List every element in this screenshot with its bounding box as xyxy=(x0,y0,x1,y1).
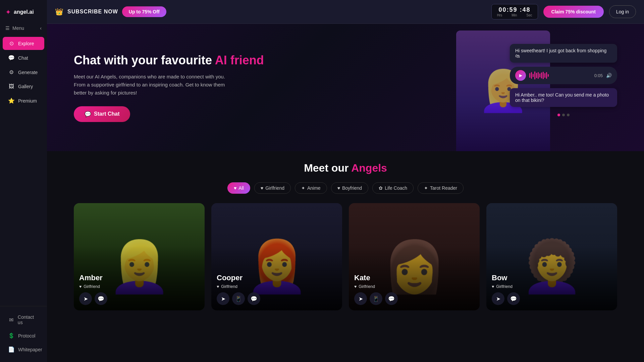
filter-tarot-label: Tarot Reader xyxy=(430,185,457,191)
hero-title: Chat with your favourite AI friend xyxy=(74,53,617,67)
card-send-button-cooper[interactable]: ➤ xyxy=(217,292,229,305)
sidebar-item-generate[interactable]: ⚙ Generate xyxy=(3,66,44,79)
collapse-icon[interactable]: ‹ xyxy=(40,25,42,31)
card-send-button-bow[interactable]: ➤ xyxy=(492,292,504,305)
timer-min-label: Min xyxy=(512,13,517,17)
filter-tab-girlfriend[interactable]: ♥ Girlfriend xyxy=(254,182,291,194)
claim-discount-button[interactable]: Claim 75% discount xyxy=(543,6,604,18)
topbar: 👑 SUBSCRIBE NOW Up to 75% Off 00:59 :48 … xyxy=(47,0,644,24)
sidebar-item-gallery[interactable]: 🖼 Gallery xyxy=(3,80,44,93)
filter-girlfriend-label: Girlfriend xyxy=(265,185,284,191)
main-content: 👑 SUBSCRIBE NOW Up to 75% Off 00:59 :48 … xyxy=(47,0,644,362)
card-type-kate: ♥ Girlfriend xyxy=(354,284,474,289)
menu-hamburger-icon: ☰ xyxy=(5,25,10,31)
card-whatsapp-button-cooper[interactable]: 📱 xyxy=(232,292,245,305)
hero-title-highlight: AI friend xyxy=(215,53,264,67)
filter-tabs: ♥ All ♥ Girlfriend ✦ Anime ♥ Boyfriend ✿… xyxy=(74,182,617,194)
card-send-button-amber[interactable]: ➤ xyxy=(79,292,92,305)
card-name-kate: Kate xyxy=(354,274,474,282)
generate-icon: ⚙ xyxy=(8,69,15,75)
sidebar-item-explore-label: Explore xyxy=(18,41,34,46)
menu-header: ☰ Menu ‹ xyxy=(0,23,47,36)
card-chat-button-bow[interactable]: 💬 xyxy=(507,292,520,305)
card-type-icon-bow: ♥ xyxy=(492,284,494,289)
sidebar-item-generate-label: Generate xyxy=(18,70,38,75)
card-chat-button-cooper[interactable]: 💬 xyxy=(248,292,260,305)
angel-card-cooper[interactable]: 👩‍🦰 Cooper ♥ Girlfriend ➤ 📱 💬 xyxy=(211,203,342,310)
card-type-label-cooper: Girlfriend xyxy=(221,284,237,289)
card-info-bow: Bow ♥ Girlfriend ➤ 💬 xyxy=(486,268,617,310)
timer-hrs-label: Hrs xyxy=(497,13,502,17)
hero-section: Chat with your favourite AI friend Meet … xyxy=(47,24,644,151)
premium-icon: ⭐ xyxy=(8,98,15,104)
sidebar-item-gallery-label: Gallery xyxy=(18,84,33,89)
start-chat-label: Start Chat xyxy=(94,111,119,117)
card-chat-button-kate[interactable]: 💬 xyxy=(385,292,398,305)
card-type-icon-cooper: ♥ xyxy=(217,284,219,289)
filter-tab-tarot[interactable]: ✦ Tarot Reader xyxy=(418,182,464,194)
card-info-cooper: Cooper ♥ Girlfriend ➤ 📱 💬 xyxy=(211,268,342,310)
card-type-bow: ♥ Girlfriend xyxy=(492,284,612,289)
sidebar-item-chat-label: Chat xyxy=(18,55,28,61)
timer-digits: 00:59 :48 xyxy=(497,6,532,13)
card-actions-amber: ➤ 💬 xyxy=(79,292,199,305)
contact-icon: ✉ xyxy=(8,317,14,323)
hero-title-prefix: Chat with your favourite xyxy=(74,53,215,67)
chat-bubble-icon: 💬 xyxy=(85,111,91,117)
card-type-icon-kate: ♥ xyxy=(354,284,357,289)
filter-anime-icon: ✦ xyxy=(301,185,305,191)
sidebar-item-protocol[interactable]: 💲 Protocol xyxy=(3,329,44,342)
sidebar-item-protocol-label: Protocol xyxy=(18,333,35,339)
sidebar-item-contact-label: Contact us xyxy=(18,314,39,325)
filter-tab-boyfriend[interactable]: ♥ Boyfriend xyxy=(331,182,368,194)
sidebar-item-chat[interactable]: 💬 Chat xyxy=(3,51,44,64)
card-type-label-bow: Girlfriend xyxy=(496,284,513,289)
filter-tarot-icon: ✦ xyxy=(424,185,428,191)
subscribe-title: SUBSCRIBE NOW xyxy=(67,9,118,15)
filter-tab-anime[interactable]: ✦ Anime xyxy=(295,182,327,194)
card-type-label-amber: Girlfriend xyxy=(84,284,100,289)
sidebar-item-explore[interactable]: ⊙ Explore xyxy=(3,37,44,50)
filter-tab-life-coach[interactable]: ✿ Life Coach xyxy=(372,182,414,194)
hero-description: Meet our AI Angels, companions who are m… xyxy=(74,73,235,97)
hero-content: Chat with your favourite AI friend Meet … xyxy=(74,53,617,122)
sidebar-item-contact[interactable]: ✉ Contact us xyxy=(3,311,44,328)
filter-anime-label: Anime xyxy=(307,185,321,191)
whitepaper-icon: 📄 xyxy=(8,346,15,353)
filter-boyfriend-label: Boyfriend xyxy=(342,185,362,191)
card-send-button-kate[interactable]: ➤ xyxy=(354,292,367,305)
topbar-right: 00:59 :48 Hrs Min Sec Claim 75% discount… xyxy=(491,4,636,19)
discount-button[interactable]: Up to 75% Off xyxy=(122,6,166,17)
card-info-amber: Amber ♥ Girlfriend ➤ 💬 xyxy=(74,268,205,310)
logo-icon: ✦ xyxy=(5,8,11,16)
sidebar-item-whitepaper[interactable]: 📄 Whitepaper xyxy=(3,343,44,356)
angel-card-kate[interactable]: 👩 Kate ♥ Girlfriend ➤ 📱 💬 xyxy=(349,203,480,310)
card-type-cooper: ♥ Girlfriend xyxy=(217,284,337,289)
filter-all-label: All xyxy=(238,185,244,191)
angel-card-bow[interactable]: 👩‍🦱 Bow ♥ Girlfriend ➤ 💬 xyxy=(486,203,617,310)
card-chat-button-amber[interactable]: 💬 xyxy=(95,292,107,305)
section-title: Meet our Angels xyxy=(74,162,617,174)
menu-label: Menu xyxy=(12,25,24,31)
card-type-amber: ♥ Girlfriend xyxy=(79,284,199,289)
protocol-icon: 💲 xyxy=(8,333,15,339)
login-button[interactable]: Log in xyxy=(609,5,636,18)
card-whatsapp-button-kate[interactable]: 📱 xyxy=(370,292,382,305)
sidebar-item-premium[interactable]: ⭐ Premium xyxy=(3,94,44,107)
card-type-icon-amber: ♥ xyxy=(79,284,82,289)
section-title-prefix: Meet our xyxy=(304,162,351,174)
card-name-cooper: Cooper xyxy=(217,274,337,282)
card-actions-cooper: ➤ 📱 💬 xyxy=(217,292,337,305)
filter-tab-all[interactable]: ♥ All xyxy=(227,182,250,194)
gallery-icon: 🖼 xyxy=(8,83,15,89)
start-chat-button[interactable]: 💬 Start Chat xyxy=(74,106,130,122)
section-title-highlight: Angels xyxy=(351,162,387,174)
angel-card-amber[interactable]: 👱‍♀️ Amber ♥ Girlfriend ➤ 💬 xyxy=(74,203,205,310)
logo-text: angel.ai xyxy=(14,9,34,15)
card-name-amber: Amber xyxy=(79,274,199,282)
timer-sec-label: Sec xyxy=(526,13,532,17)
explore-icon: ⊙ xyxy=(8,40,15,47)
card-actions-kate: ➤ 📱 💬 xyxy=(354,292,474,305)
sidebar-item-premium-label: Premium xyxy=(18,98,37,104)
card-type-label-kate: Girlfriend xyxy=(359,284,375,289)
